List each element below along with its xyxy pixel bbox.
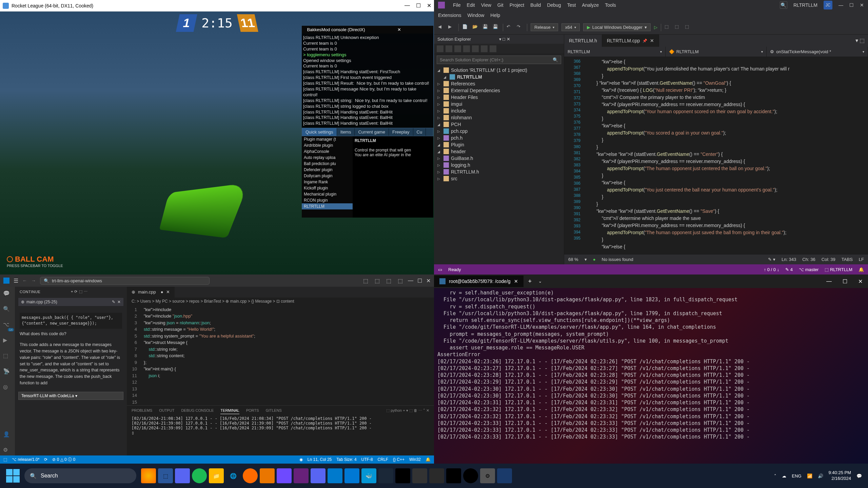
close-icon[interactable]: ✕ (860, 2, 864, 8)
git-branch[interactable]: ⌥ master (799, 267, 818, 272)
menu-item[interactable]: Window (467, 13, 484, 18)
vsc-titlebar[interactable]: ☰ ← → 🔍 trt-llm-as-openai-windows ⬚ ⬚ ⬚ … (0, 274, 434, 287)
bakkes-tab[interactable]: Items (337, 128, 355, 136)
status-project[interactable]: ⬚ RLTRTLLM (825, 267, 852, 272)
bakkes-tab[interactable]: Quick settings (302, 128, 337, 136)
maximize-icon[interactable]: ☐ (849, 2, 854, 8)
saveall-icon[interactable]: 💾 (493, 24, 499, 31)
search-icon[interactable]: 🔍 (3, 306, 12, 314)
menu-item[interactable]: Debug (547, 2, 561, 8)
rocketleague-app-icon[interactable] (497, 468, 512, 483)
panel-tab[interactable]: DEBUG CONSOLE (181, 407, 214, 414)
bakkes-header[interactable]: BakkesMod console (DirectX) ✕ (302, 26, 433, 34)
menu-item[interactable]: Help (490, 13, 500, 18)
search-icon[interactable]: 🔍 (780, 1, 787, 9)
bakkes-tab[interactable]: Current game (355, 128, 389, 136)
breadcrumb[interactable]: C: > Users > My PC > source > repos > Br… (127, 298, 434, 305)
new-chat-icon[interactable]: + ⟳ ⬚ ⋯ (71, 289, 122, 294)
menu-item[interactable]: Analyze (582, 2, 599, 8)
notifications-icon[interactable]: 💬 (856, 473, 862, 479)
zoom-level[interactable]: 68 % (568, 257, 578, 262)
spotify-app-icon[interactable] (192, 468, 207, 483)
epic-app-icon[interactable] (429, 468, 444, 483)
sol-search-input[interactable]: Search Solution Explorer (Ctrl+;)🔍 (437, 56, 561, 64)
sol-tool-icon[interactable] (472, 45, 479, 52)
menu-item[interactable]: Extensions (438, 13, 461, 18)
chrome-app-icon[interactable]: 🌐 (226, 468, 241, 483)
nav-fwd-icon[interactable]: → (31, 278, 36, 283)
panel-tab[interactable]: OUTPUT (159, 407, 174, 414)
model-select[interactable]: TensorRT-LLM with CodeLLa ▾ (18, 392, 123, 400)
issues-status[interactable]: No issues found (602, 257, 633, 262)
maximize-icon[interactable]: ☐ (417, 278, 422, 284)
plugin-item[interactable]: Dollycam plugin (302, 173, 353, 179)
minimize-icon[interactable]: — (821, 276, 837, 287)
tree-refs[interactable]: References (451, 81, 475, 86)
account-icon[interactable]: 👤 (3, 431, 12, 440)
tool-icon[interactable]: ⬚ (675, 24, 682, 31)
maximize-icon[interactable]: ☐ (837, 276, 853, 287)
layout-icon[interactable]: ⬚ (373, 277, 381, 284)
terminal-app-icon[interactable] (395, 468, 410, 483)
tree-nloh[interactable]: nlohmann (451, 115, 472, 120)
layout-icon[interactable]: ⬚ (385, 277, 392, 284)
language-mode[interactable]: {} C++ (393, 457, 405, 462)
panel-tab[interactable]: PORTS (246, 407, 259, 414)
tree-ext[interactable]: External Dependencies (451, 88, 500, 93)
tool-icon[interactable]: ⬚ (665, 24, 671, 31)
tree-logging[interactable]: logging.h (451, 162, 470, 168)
nav-back-icon[interactable]: ← (22, 278, 27, 283)
pin-icon[interactable]: 📌 (643, 39, 647, 43)
close-tab-icon[interactable]: ✕ (650, 38, 654, 43)
settings-app-icon[interactable]: ⚙ (480, 468, 495, 483)
tree-solution[interactable]: Solution 'RLTRTLLM' (1 of 1 project) (451, 67, 527, 73)
close-icon[interactable]: ✕ (117, 300, 121, 304)
close-icon[interactable]: ✕ (368, 27, 431, 32)
sol-header[interactable]: Solution Explorer▾ □ ✕ (434, 35, 564, 44)
obs-app-icon[interactable] (412, 468, 427, 483)
bakkesmod-console[interactable]: BakkesMod console (DirectX) ✕ [class RLT… (302, 26, 433, 218)
settings-icon[interactable]: ⚙ (3, 447, 12, 455)
vscode-logo-icon[interactable] (3, 278, 9, 284)
sol-tool-icon[interactable] (446, 45, 452, 52)
plugin-item[interactable]: Auto replay uploa (302, 155, 353, 161)
start-button[interactable] (6, 469, 20, 483)
indent-mode[interactable]: TABS (842, 257, 853, 262)
bakkes-log[interactable]: [class RLTRTLLM] Unknown exceptionCurren… (302, 34, 433, 128)
tree-include[interactable]: include (451, 108, 466, 114)
brush-icon[interactable]: ✎ ▾ (768, 257, 775, 262)
vsc-terminal[interactable]: [02/16/2024-21:08:34] 127.0.0.1 - - [16/… (127, 414, 434, 455)
tree-guibase[interactable]: GuiBase.h (451, 156, 473, 161)
wifi-icon[interactable]: 📶 (807, 473, 812, 479)
sync-icon[interactable]: ⟳ (44, 457, 47, 462)
config-dropdown[interactable]: Release (531, 23, 558, 31)
new-icon[interactable]: 📄 (462, 24, 469, 31)
plugin-item[interactable]: Mechanical plugin (302, 191, 353, 197)
debug-icon[interactable]: ▶ (3, 337, 12, 346)
eol-mode[interactable]: LF (859, 257, 864, 262)
panel-tab[interactable]: PROBLEMS (132, 407, 152, 414)
rl-titlebar[interactable]: Rocket League (64-bit, DX11, Cooked) — ☐… (0, 0, 434, 12)
task-view-icon[interactable]: ⬚ (158, 468, 173, 483)
vsc-editor[interactable]: 123456789101112131415 "kw">#include "kw"… (127, 305, 434, 406)
steam-app-icon[interactable] (378, 468, 393, 483)
start-without-debug-icon[interactable]: ▷ (654, 25, 657, 30)
undo-icon[interactable]: ↶ (507, 24, 513, 31)
close-icon[interactable]: ✕ (427, 2, 431, 9)
menu-item[interactable]: File (453, 2, 461, 8)
tree-pch[interactable]: PCH (451, 122, 461, 127)
vsc-code-lines[interactable]: "kw">#include "kw">#include "json.hpp""k… (140, 305, 410, 406)
close-tab-icon[interactable]: ✕ (166, 289, 170, 294)
menu-item[interactable]: Git (497, 2, 504, 8)
cursor-pos[interactable]: Ln 11, Col 25 (308, 457, 332, 462)
plugin-item[interactable]: Kickoff plugin (302, 185, 353, 191)
plugin-item[interactable]: RCON plugin (302, 197, 353, 203)
menu-item[interactable]: Edit (467, 2, 475, 8)
vsc-command-search[interactable]: 🔍 trt-llm-as-openai-windows (40, 277, 210, 285)
edit-count[interactable]: ✎ 4 (785, 267, 793, 272)
extensions-icon[interactable]: ⬚ (3, 352, 12, 361)
edge-app-icon[interactable] (344, 468, 359, 483)
taskbar-search[interactable]: 🔍 Search (24, 468, 136, 483)
open-icon[interactable]: 📂 (472, 24, 479, 31)
bakkes-tab[interactable]: Freeplay (389, 128, 413, 136)
